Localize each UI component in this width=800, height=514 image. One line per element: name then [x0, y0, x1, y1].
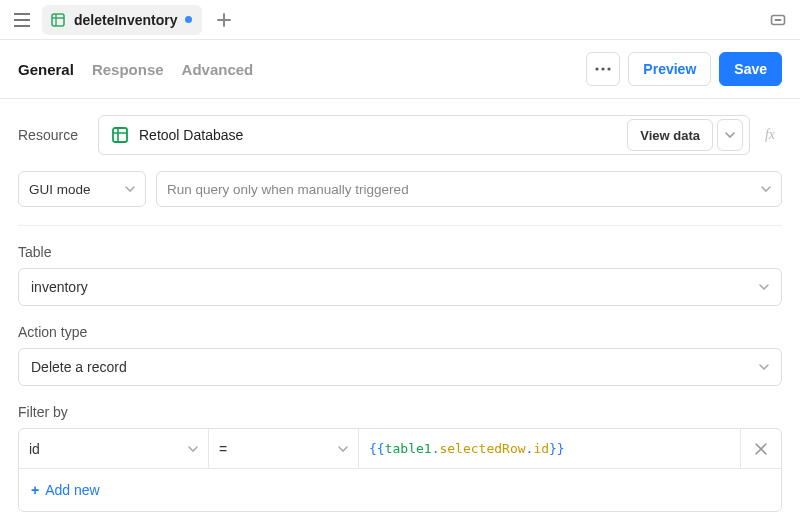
add-filter-label: Add new — [45, 482, 99, 498]
action-type-value: Delete a record — [31, 359, 759, 375]
action-type-select[interactable]: Delete a record — [18, 348, 782, 386]
tab-advanced[interactable]: Advanced — [182, 61, 254, 78]
chevron-down-icon — [759, 364, 769, 370]
filter-value-input[interactable]: {{table1.selectedRow.id}} — [359, 429, 741, 468]
svg-rect-6 — [113, 128, 127, 142]
filter-operator-select[interactable]: = — [209, 429, 359, 468]
unsaved-indicator — [185, 16, 192, 23]
view-data-button[interactable]: View data — [627, 119, 713, 151]
svg-point-5 — [608, 67, 611, 70]
chevron-down-icon — [188, 446, 198, 452]
trigger-select[interactable]: Run query only when manually triggered — [156, 171, 782, 207]
sidebar-toggle[interactable] — [10, 8, 34, 32]
chevron-down-icon — [338, 446, 348, 452]
filter-column-select[interactable]: id — [19, 429, 209, 468]
filter-by-label: Filter by — [18, 404, 782, 420]
tab-response[interactable]: Response — [92, 61, 164, 78]
trigger-select-value: Run query only when manually triggered — [167, 182, 761, 197]
retool-db-icon — [111, 126, 129, 144]
config-tabs: General Response Advanced — [18, 61, 253, 78]
chevron-down-icon — [761, 186, 771, 192]
fx-toggle[interactable]: fx — [758, 127, 782, 143]
svg-rect-2 — [775, 19, 782, 21]
mode-select[interactable]: GUI mode — [18, 171, 146, 207]
svg-point-3 — [596, 67, 599, 70]
svg-rect-0 — [52, 14, 64, 26]
save-button[interactable]: Save — [719, 52, 782, 86]
svg-point-4 — [602, 67, 605, 70]
resource-select[interactable]: Retool Database View data — [98, 115, 750, 155]
resource-label: Resource — [18, 127, 90, 143]
resource-dropdown-toggle[interactable] — [717, 119, 743, 151]
more-menu-button[interactable] — [586, 52, 620, 86]
add-filter-button[interactable]: + Add new — [19, 469, 781, 511]
table-select-value: inventory — [31, 279, 759, 295]
filter-table: id = {{table1.selectedRow.id}} + Add new — [18, 428, 782, 512]
filter-operator-value: = — [219, 441, 338, 457]
filter-row-delete[interactable] — [741, 429, 781, 468]
filter-row: id = {{table1.selectedRow.id}} — [19, 429, 781, 469]
resource-name: Retool Database — [139, 127, 627, 143]
chevron-down-icon — [759, 284, 769, 290]
mode-select-value: GUI mode — [29, 182, 125, 197]
tab-general[interactable]: General — [18, 61, 74, 78]
database-icon — [50, 12, 66, 28]
chevron-down-icon — [125, 186, 135, 192]
collapse-panel-button[interactable] — [766, 8, 790, 32]
filter-column-value: id — [29, 441, 188, 457]
query-tab[interactable]: deleteInventory — [42, 5, 202, 35]
table-select[interactable]: inventory — [18, 268, 782, 306]
query-name: deleteInventory — [74, 12, 177, 28]
plus-icon: + — [31, 482, 39, 498]
new-query-button[interactable] — [210, 6, 238, 34]
table-label: Table — [18, 244, 782, 260]
preview-button[interactable]: Preview — [628, 52, 711, 86]
action-type-label: Action type — [18, 324, 782, 340]
